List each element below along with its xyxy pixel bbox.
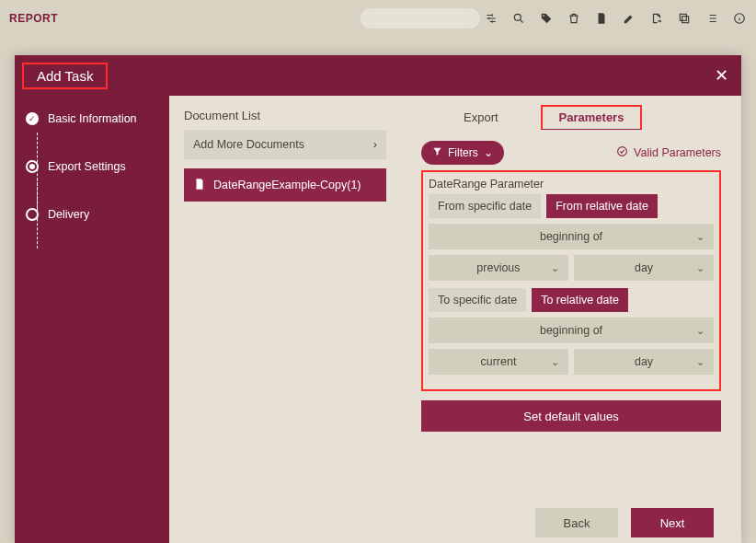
topbar-title: REPORT — [9, 12, 58, 25]
select-value: beginning of — [540, 230, 602, 243]
chevron-down-icon: ⌄ — [484, 146, 493, 159]
modal-header: Add Task ✕ — [15, 55, 741, 96]
copy-icon[interactable] — [677, 11, 692, 26]
chevron-down-icon: ⌄ — [551, 262, 559, 274]
doc-list-title: Document List — [184, 109, 386, 122]
chevron-down-icon: ⌄ — [551, 356, 559, 368]
chevron-down-icon: ⌄ — [696, 325, 704, 337]
modal-footer: Back Next — [535, 508, 714, 537]
search-icon[interactable] — [511, 11, 526, 26]
set-default-values-button[interactable]: Set default values — [421, 400, 721, 432]
from-offset-select[interactable]: previous ⌄ — [429, 255, 568, 281]
stepper: ✓ Basic Information Export Settings Deli… — [15, 96, 169, 543]
to-unit-select[interactable]: day ⌄ — [574, 349, 714, 375]
tab-export[interactable]: Export — [458, 105, 504, 130]
file-icon[interactable] — [594, 11, 609, 26]
from-relative-toggle[interactable]: From relative date — [546, 194, 658, 218]
svg-point-1 — [543, 15, 544, 17]
document-item[interactable]: DateRangeExample-Copy(1) — [184, 168, 386, 202]
to-anchor-select[interactable]: beginning of ⌄ — [429, 318, 714, 343]
from-unit-select[interactable]: day ⌄ — [574, 255, 714, 281]
step-bullet-done-icon: ✓ — [26, 112, 39, 125]
step-export[interactable]: Export Settings — [26, 160, 158, 173]
back-label: Back — [564, 516, 590, 530]
from-specific-toggle[interactable]: From specific date — [429, 194, 541, 218]
parameters-pane: Export Parameters Filters ⌄ Valid Parame… — [401, 96, 741, 543]
step-bullet-active-icon — [26, 160, 39, 173]
chevron-right-icon: › — [373, 138, 377, 151]
set-defaults-label: Set default values — [523, 410, 618, 423]
tab-parameters[interactable]: Parameters — [541, 105, 643, 130]
document-icon — [193, 178, 206, 193]
valid-parameters: Valid Parameters — [616, 145, 721, 160]
next-button[interactable]: Next — [631, 508, 714, 537]
valid-label: Valid Parameters — [634, 146, 721, 159]
from-anchor-select[interactable]: beginning of ⌄ — [429, 224, 714, 249]
svg-rect-2 — [682, 17, 689, 23]
add-more-label: Add More Documents — [193, 138, 304, 151]
list-icon[interactable] — [704, 11, 719, 26]
to-offset-select[interactable]: current ⌄ — [429, 349, 568, 375]
daterange-parameter-block: DateRange Parameter From specific date F… — [421, 170, 721, 391]
next-label: Next — [660, 516, 685, 530]
select-value: day — [635, 261, 653, 274]
select-value: current — [480, 355, 516, 368]
info-icon[interactable] — [732, 11, 747, 26]
export-icon[interactable] — [649, 11, 664, 26]
sliders-icon[interactable] — [484, 11, 498, 26]
step-label: Basic Information — [48, 112, 137, 125]
step-label: Delivery — [48, 208, 89, 221]
svg-rect-3 — [680, 14, 686, 20]
close-icon[interactable]: ✕ — [715, 65, 728, 86]
chevron-down-icon: ⌄ — [696, 231, 704, 243]
modal-title: Add Task — [22, 63, 108, 89]
topbar-search[interactable] — [361, 8, 480, 29]
svg-point-5 — [618, 147, 627, 156]
step-label: Export Settings — [48, 160, 126, 173]
document-name: DateRangeExample-Copy(1) — [213, 179, 361, 191]
topbar: REPORT — [0, 0, 756, 37]
step-bullet-icon — [26, 208, 39, 221]
back-button[interactable]: Back — [535, 508, 618, 537]
step-delivery[interactable]: Delivery — [26, 208, 158, 221]
add-more-documents[interactable]: Add More Documents › — [184, 130, 386, 159]
edit-icon[interactable] — [622, 11, 636, 26]
select-value: previous — [476, 261, 520, 274]
svg-point-0 — [514, 14, 521, 20]
trash-icon[interactable] — [567, 11, 581, 26]
chevron-down-icon: ⌄ — [696, 356, 704, 368]
to-relative-toggle[interactable]: To relative date — [532, 288, 628, 312]
check-circle-icon — [616, 145, 628, 160]
filter-icon — [432, 146, 442, 159]
filters-button[interactable]: Filters ⌄ — [421, 141, 504, 165]
chevron-down-icon: ⌄ — [696, 262, 704, 274]
document-pane: Document List Add More Documents › DateR… — [169, 96, 401, 543]
step-basic[interactable]: ✓ Basic Information — [26, 112, 158, 125]
add-task-modal: Add Task ✕ ✓ Basic Information Export Se… — [15, 55, 741, 543]
select-value: beginning of — [540, 324, 602, 337]
tag-icon[interactable] — [539, 11, 554, 26]
select-value: day — [635, 355, 653, 368]
filters-label: Filters — [448, 146, 478, 159]
to-specific-toggle[interactable]: To specific date — [429, 288, 526, 312]
parameter-label: DateRange Parameter — [429, 178, 714, 191]
